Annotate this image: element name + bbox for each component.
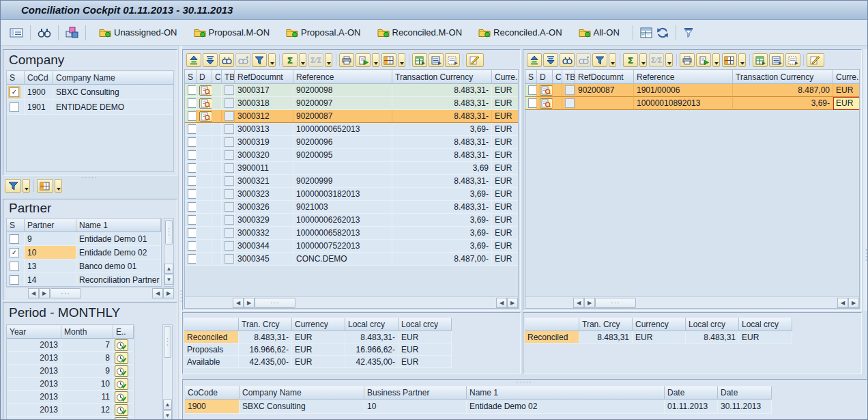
c-cell[interactable]: [553, 84, 562, 97]
col-header-amount[interactable]: Transaction Currency: [733, 70, 833, 84]
layout-dropdown-button[interactable]: [55, 179, 62, 193]
period-row[interactable]: 2013 11: [7, 391, 134, 404]
c-cell[interactable]: [212, 188, 222, 201]
execute-period-button[interactable]: [115, 365, 128, 377]
refdoc-cell[interactable]: 3000329: [235, 214, 293, 227]
select-cell[interactable]: [185, 110, 197, 123]
row-checkbox[interactable]: [188, 98, 197, 108]
doc-cell[interactable]: [197, 240, 212, 253]
c-cell[interactable]: [553, 97, 562, 110]
partner-scroll-left-button[interactable]: ◀: [28, 288, 39, 298]
tb-cell[interactable]: [222, 110, 235, 123]
c-cell[interactable]: [212, 201, 222, 214]
view-form-button[interactable]: [785, 53, 800, 67]
c-cell[interactable]: [212, 97, 222, 110]
reference-cell[interactable]: 10000007522013: [293, 240, 392, 253]
edit-button[interactable]: [466, 53, 484, 67]
currency-cell[interactable]: EUR: [492, 136, 519, 149]
execute-period-button[interactable]: [115, 417, 128, 420]
company-select-cell[interactable]: [7, 85, 25, 100]
filter-dropdown-button[interactable]: [609, 53, 616, 67]
period-exec-cell[interactable]: [113, 365, 134, 378]
select-cell[interactable]: [525, 97, 537, 110]
refdoc-cell[interactable]: 3000321: [235, 175, 293, 188]
reference-cell[interactable]: 1901/00006: [634, 84, 733, 97]
unassigned-on-button[interactable]: Unassigned-ON: [96, 26, 181, 39]
row-checkbox[interactable]: [188, 137, 197, 147]
left-splitter[interactable]: ····: [178, 46, 182, 420]
tb-cell[interactable]: [222, 188, 235, 201]
choose-layout-button[interactable]: [722, 53, 737, 67]
assigned-item-row[interactable]: 10000010892013 3,69- EUR: [525, 97, 860, 110]
doc-cell[interactable]: [197, 175, 212, 188]
col-header-d[interactable]: D: [537, 70, 553, 84]
row-checkbox[interactable]: [528, 85, 537, 95]
currency-cell[interactable]: EUR: [492, 110, 519, 123]
partner-scroll-down-button[interactable]: ▼: [164, 275, 173, 285]
company-row[interactable]: 1901 ENTIDADE DEMO: [7, 100, 174, 115]
amount-cell[interactable]: 8.483,31-: [392, 84, 492, 97]
scroll-right-button[interactable]: ▶: [584, 298, 595, 308]
tb-cell[interactable]: [222, 123, 235, 136]
select-cell[interactable]: [185, 253, 197, 266]
timed-refresh-button[interactable]: [681, 26, 696, 40]
subtotal-button[interactable]: Σ⁄Σ: [308, 53, 323, 67]
refdoc-cell[interactable]: [575, 97, 634, 110]
subtotal-dropdown-button[interactable]: [325, 53, 332, 67]
reference-cell[interactable]: 9021003: [293, 201, 392, 214]
partner-scroll-left-button-2[interactable]: ◀: [152, 288, 163, 298]
period-year-cell[interactable]: 2013: [7, 404, 61, 417]
period-scroll-up-button[interactable]: ▲: [163, 400, 172, 410]
partner-row[interactable]: 10 Entidade Demo 02: [7, 246, 161, 260]
bottom-col-partner[interactable]: Business Partner: [364, 386, 467, 400]
currency-cell[interactable]: EUR: [833, 84, 860, 97]
bottom-col-name[interactable]: Name 1: [467, 386, 665, 400]
partner-col-s[interactable]: S: [7, 219, 25, 232]
row-checkbox[interactable]: [188, 215, 197, 225]
col-header-tb[interactable]: TB: [562, 70, 575, 84]
c-cell[interactable]: [212, 149, 222, 162]
total-dropdown-button[interactable]: [639, 53, 647, 67]
c-cell[interactable]: [212, 110, 222, 123]
period-vscroll-thumb[interactable]: ···: [164, 326, 171, 358]
set-filter-button[interactable]: [592, 53, 607, 67]
partner-vscroll-thumb[interactable]: ···: [165, 220, 173, 244]
open-item-row[interactable]: 3000319 90200096 8.483,31- EUR: [185, 136, 519, 149]
bottom-col-cocode[interactable]: CoCode: [185, 386, 240, 400]
refdoc-cell[interactable]: 3000320: [235, 149, 293, 162]
period-col-month[interactable]: Month: [61, 325, 113, 339]
period-month-cell[interactable]: 1: [61, 417, 113, 420]
reference-cell[interactable]: 90200097: [293, 97, 392, 110]
col-header-currency[interactable]: Curre..: [833, 70, 860, 84]
row-checkbox[interactable]: [188, 176, 197, 186]
filter-button[interactable]: [5, 179, 21, 193]
partner-checkbox[interactable]: [10, 262, 19, 271]
tb-cell[interactable]: [222, 253, 235, 266]
partner-name-cell[interactable]: Banco demo 01: [76, 260, 161, 273]
partner-col-name[interactable]: Name 1: [76, 219, 161, 232]
partner-row[interactable]: 13 Banco demo 01: [7, 260, 161, 273]
period-exec-cell[interactable]: [113, 378, 134, 391]
doc-cell[interactable]: [197, 201, 212, 214]
tb-checkbox[interactable]: [565, 85, 575, 95]
amount-cell[interactable]: 3,69-: [392, 214, 492, 227]
view-form-button[interactable]: [445, 53, 460, 67]
period-exec-cell[interactable]: [113, 352, 134, 365]
tb-checkbox[interactable]: [225, 98, 234, 108]
open-item-row[interactable]: 3000345 CONC.DEMO 8.487,00- EUR: [185, 253, 519, 266]
select-cell[interactable]: [185, 240, 197, 253]
subtotal-dropdown-button[interactable]: [665, 53, 673, 67]
find-button[interactable]: [560, 53, 575, 67]
tb-checkbox[interactable]: [225, 189, 234, 199]
find-button[interactable]: [35, 26, 53, 40]
currency-cell[interactable]: EUR: [492, 149, 519, 162]
row-checkbox[interactable]: [188, 228, 197, 238]
assigned-items-horizontal-scrollbar[interactable]: ◀ ▶ ··· ◀ ▶: [525, 296, 859, 308]
select-cell[interactable]: [525, 84, 537, 97]
period-row[interactable]: 2013 12: [7, 404, 134, 417]
reference-cell[interactable]: 10000006262013: [293, 214, 392, 227]
doc-cell[interactable]: [197, 136, 212, 149]
open-item-row[interactable]: 3000317 90200098 8.483,31- EUR: [185, 84, 519, 97]
period-year-cell[interactable]: 2013: [7, 378, 61, 391]
doc-cell[interactable]: [537, 84, 553, 97]
